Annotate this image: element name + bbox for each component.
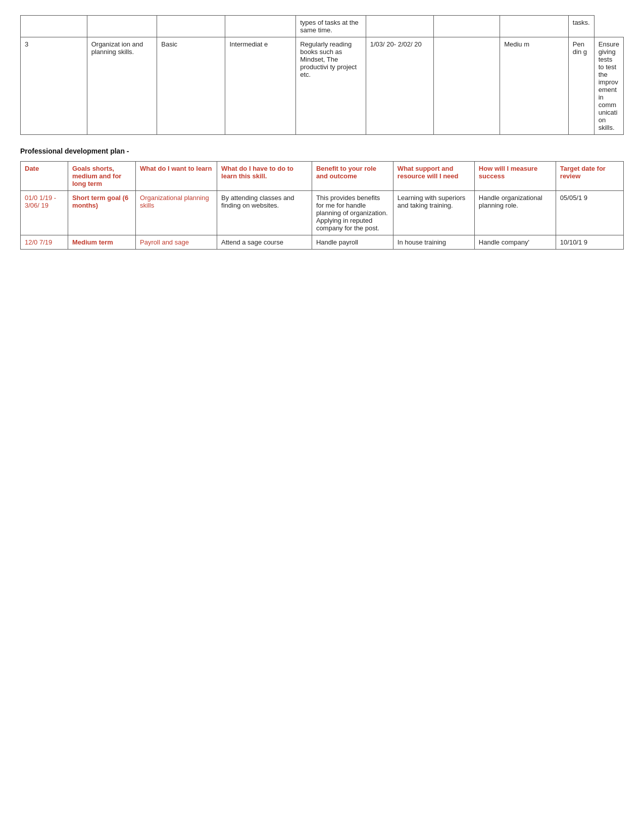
cell-how-1: Handle organizational planning role. — [474, 191, 556, 235]
cell-col9: tasks. — [568, 16, 594, 37]
cell-have-2: Attend a sage course — [217, 235, 312, 250]
cell-support-1: Learning with superiors and taking train… — [393, 191, 474, 235]
cell-activity: Regularly reading books such as Mindset,… — [296, 37, 366, 135]
cell-goals-1: Short term goal (6 months) — [68, 191, 135, 235]
cell-status: Pen din g — [568, 37, 594, 135]
cell-date: 1/03/ 20- 2/02/ 20 — [366, 37, 434, 135]
cell-outcome: Ensure giving tests to test the improv e… — [594, 37, 623, 135]
th-how: How will I measure success — [474, 162, 556, 191]
top-table: types of tasks at the same time. tasks. … — [20, 15, 624, 135]
cell-col2 — [87, 16, 157, 37]
table-row: types of tasks at the same time. tasks. — [21, 16, 624, 37]
cell-date-2: 12/0 7/19 — [21, 235, 68, 250]
th-date: Date — [21, 162, 68, 191]
cell-target-2: 10/10/1 9 — [556, 235, 623, 250]
th-have: What do I have to do to learn this skill… — [217, 162, 312, 191]
cell-empty — [434, 37, 500, 135]
cell-col5: types of tasks at the same time. — [296, 16, 366, 37]
table-row: 01/0 1/19 - 3/06/ 19 Short term goal (6 … — [21, 191, 624, 235]
cell-level: Basic — [157, 37, 225, 135]
cell-benefit-2: Handle payroll — [312, 235, 393, 250]
cell-intermediate: Intermediat e — [225, 37, 296, 135]
cell-number — [21, 16, 87, 37]
th-support: What support and resource will I need — [393, 162, 474, 191]
cell-want-2: Payroll and sage — [136, 235, 217, 250]
cell-medium: Mediu m — [500, 37, 569, 135]
table-row: 3 Organizat ion and planning skills. Bas… — [21, 37, 624, 135]
dev-table: Date Goals shorts, medium and for long t… — [20, 161, 624, 250]
cell-target-1: 05/05/1 9 — [556, 191, 623, 235]
cell-number: 3 — [21, 37, 87, 135]
th-target: Target date for review — [556, 162, 623, 191]
th-benefit: Benefit to your role and outcome — [312, 162, 393, 191]
cell-topic: Organizat ion and planning skills. — [87, 37, 157, 135]
cell-col7 — [434, 16, 500, 37]
cell-col3 — [157, 16, 225, 37]
cell-date-1: 01/0 1/19 - 3/06/ 19 — [21, 191, 68, 235]
section-title: Professional development plan - — [20, 147, 624, 155]
cell-col6 — [366, 16, 434, 37]
cell-have-1: By attending classes and finding on webs… — [217, 191, 312, 235]
th-goals: Goals shorts, medium and for long term — [68, 162, 135, 191]
table-header-row: Date Goals shorts, medium and for long t… — [21, 162, 624, 191]
cell-col8 — [500, 16, 569, 37]
cell-support-2: In house training — [393, 235, 474, 250]
table-row: 12/0 7/19 Medium term Payroll and sage A… — [21, 235, 624, 250]
cell-goals-2: Medium term — [68, 235, 135, 250]
cell-how-2: Handle company' — [474, 235, 556, 250]
top-table-section: types of tasks at the same time. tasks. … — [20, 15, 624, 135]
cell-want-1: Organizational planning skills — [136, 191, 217, 235]
cell-col4 — [225, 16, 296, 37]
th-want: What do I want to learn — [136, 162, 217, 191]
cell-benefit-1: This provides benefits for me for handle… — [312, 191, 393, 235]
